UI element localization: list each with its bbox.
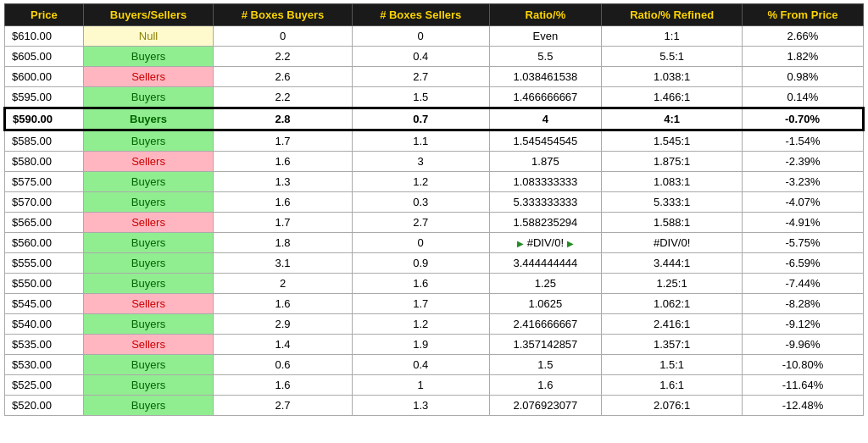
ratio-refined-cell: 5.333:1 <box>602 192 743 213</box>
pct-from-price-cell: -3.23% <box>742 172 863 192</box>
ratio-cell: 1.25 <box>489 274 602 294</box>
pct-from-price-cell: -1.54% <box>742 130 863 152</box>
buyers-sellers-cell: Buyers <box>83 192 213 213</box>
price-cell: $570.00 <box>5 192 84 213</box>
table-row: $610.00Null00Even1:12.66% <box>5 26 864 47</box>
ratio-refined-cell: 3.444:1 <box>602 253 743 274</box>
table-row: $540.00Buyers2.91.22.4166666672.416:1-9.… <box>5 314 864 335</box>
ratio-refined-cell: 1.357:1 <box>602 335 743 355</box>
buyers-sellers-cell: Buyers <box>83 233 213 253</box>
boxes-sellers-cell: 0 <box>352 233 489 253</box>
buyers-sellers-cell: Buyers <box>83 87 213 108</box>
table-row: $560.00Buyers1.80▶ #DIV/0! ▶#DIV/0!-5.75… <box>5 233 864 253</box>
ratio-refined-cell: 5.5:1 <box>602 47 743 67</box>
pct-from-price-cell: -11.64% <box>742 375 863 396</box>
boxes-sellers-cell: 0.9 <box>352 253 489 274</box>
ratio-refined-cell: 4:1 <box>602 108 743 130</box>
boxes-sellers-cell: 1.6 <box>352 274 489 294</box>
table-row: $585.00Buyers1.71.11.5454545451.545:1-1.… <box>5 130 864 152</box>
pct-from-price-cell: -12.48% <box>742 396 863 416</box>
column-header-ratio--: Ratio/% <box>489 4 602 26</box>
column-header-buyers-sellers: Buyers/Sellers <box>83 4 213 26</box>
pct-from-price-cell: 1.82% <box>742 47 863 67</box>
ratio-refined-cell: 1.5:1 <box>602 355 743 375</box>
buyers-sellers-cell: Sellers <box>83 335 213 355</box>
boxes-buyers-cell: 1.3 <box>214 172 353 192</box>
buyers-sellers-cell: Null <box>83 26 213 47</box>
boxes-buyers-cell: 0 <box>214 26 353 47</box>
buyers-sellers-cell: Buyers <box>83 253 213 274</box>
column-header---from-price: % From Price <box>742 4 863 26</box>
boxes-sellers-cell: 0 <box>352 26 489 47</box>
price-cell: $550.00 <box>5 274 84 294</box>
boxes-sellers-cell: 0.4 <box>352 355 489 375</box>
boxes-sellers-cell: 0.3 <box>352 192 489 213</box>
ratio-refined-cell: 1.083:1 <box>602 172 743 192</box>
buyers-sellers-cell: Buyers <box>83 375 213 396</box>
price-cell: $565.00 <box>5 213 84 233</box>
buyers-sellers-cell: Sellers <box>83 294 213 314</box>
table-row: $570.00Buyers1.60.35.3333333335.333:1-4.… <box>5 192 864 213</box>
table-row: $565.00Sellers1.72.71.5882352941.588:1-4… <box>5 213 864 233</box>
ratio-cell: 4 <box>489 108 602 130</box>
pct-from-price-cell: -9.96% <box>742 335 863 355</box>
column-header-ratio---refined: Ratio/% Refined <box>602 4 743 26</box>
ratio-refined-cell: 1.545:1 <box>602 130 743 152</box>
boxes-sellers-cell: 1.5 <box>352 87 489 108</box>
boxes-sellers-cell: 1.2 <box>352 172 489 192</box>
ratio-refined-cell: 1.875:1 <box>602 152 743 172</box>
table-row: $545.00Sellers1.61.71.06251.062:1-8.28% <box>5 294 864 314</box>
boxes-sellers-cell: 3 <box>352 152 489 172</box>
buyers-sellers-cell: Buyers <box>83 274 213 294</box>
ratio-cell: ▶ #DIV/0! ▶ <box>489 233 602 253</box>
buyers-sellers-cell: Sellers <box>83 152 213 172</box>
ratio-refined-cell: 2.076:1 <box>602 396 743 416</box>
ratio-refined-cell: 1.466:1 <box>602 87 743 108</box>
buyers-sellers-cell: Buyers <box>83 108 213 130</box>
boxes-buyers-cell: 1.6 <box>214 375 353 396</box>
boxes-buyers-cell: 1.7 <box>214 213 353 233</box>
table-row: $555.00Buyers3.10.93.4444444443.444:1-6.… <box>5 253 864 274</box>
ratio-cell: 1.466666667 <box>489 87 602 108</box>
price-cell: $560.00 <box>5 233 84 253</box>
boxes-buyers-cell: 1.6 <box>214 152 353 172</box>
buyers-sellers-cell: Sellers <box>83 213 213 233</box>
ratio-cell: 1.875 <box>489 152 602 172</box>
ratio-cell: 1.0625 <box>489 294 602 314</box>
pct-from-price-cell: -10.80% <box>742 355 863 375</box>
table-row: $600.00Sellers2.62.71.0384615381.038:10.… <box>5 67 864 87</box>
ratio-cell: 2.416666667 <box>489 314 602 335</box>
ratio-refined-cell: 1.6:1 <box>602 375 743 396</box>
boxes-buyers-cell: 1.4 <box>214 335 353 355</box>
pct-from-price-cell: 2.66% <box>742 26 863 47</box>
table-row: $550.00Buyers21.61.251.25:1-7.44% <box>5 274 864 294</box>
price-cell: $520.00 <box>5 396 84 416</box>
pct-from-price-cell: -8.28% <box>742 294 863 314</box>
column-header---boxes-sellers: # Boxes Sellers <box>352 4 489 26</box>
boxes-buyers-cell: 2.7 <box>214 396 353 416</box>
boxes-buyers-cell: 1.7 <box>214 130 353 152</box>
price-cell: $580.00 <box>5 152 84 172</box>
boxes-buyers-cell: 2.6 <box>214 67 353 87</box>
pct-from-price-cell: -9.12% <box>742 314 863 335</box>
price-cell: $540.00 <box>5 314 84 335</box>
table-row: $520.00Buyers2.71.32.0769230772.076:1-12… <box>5 396 864 416</box>
boxes-sellers-cell: 1.1 <box>352 130 489 152</box>
boxes-sellers-cell: 2.7 <box>352 67 489 87</box>
pct-from-price-cell: 0.98% <box>742 67 863 87</box>
pct-from-price-cell: -5.75% <box>742 233 863 253</box>
ratio-cell: 1.588235294 <box>489 213 602 233</box>
ratio-cell: 5.333333333 <box>489 192 602 213</box>
boxes-buyers-cell: 1.8 <box>214 233 353 253</box>
boxes-sellers-cell: 1.2 <box>352 314 489 335</box>
price-cell: $530.00 <box>5 355 84 375</box>
table-row: $580.00Sellers1.631.8751.875:1-2.39% <box>5 152 864 172</box>
boxes-buyers-cell: 1.6 <box>214 294 353 314</box>
table-row: $575.00Buyers1.31.21.0833333331.083:1-3.… <box>5 172 864 192</box>
boxes-buyers-cell: 2.2 <box>214 87 353 108</box>
pct-from-price-cell: -6.59% <box>742 253 863 274</box>
pct-from-price-cell: -4.07% <box>742 192 863 213</box>
pct-from-price-cell: -2.39% <box>742 152 863 172</box>
price-cell: $600.00 <box>5 67 84 87</box>
boxes-buyers-cell: 2.2 <box>214 47 353 67</box>
